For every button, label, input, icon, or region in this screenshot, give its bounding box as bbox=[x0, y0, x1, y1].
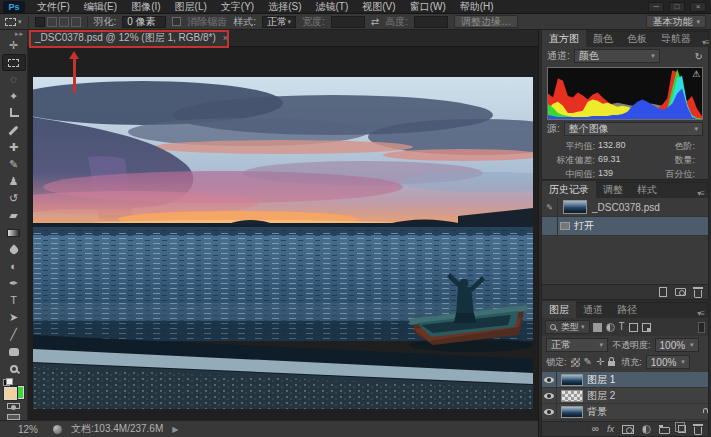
maximize-button[interactable]: □ bbox=[669, 2, 685, 12]
tool-line[interactable]: ╱ bbox=[2, 326, 26, 343]
menu-item-8[interactable]: 窗口(W) bbox=[403, 0, 453, 13]
new-snapshot-icon[interactable] bbox=[675, 288, 686, 296]
channel-select[interactable]: 颜色▾ bbox=[574, 49, 660, 63]
history-tab-调整[interactable]: 调整 bbox=[596, 181, 630, 198]
menu-item-0[interactable]: 文件(F) bbox=[30, 0, 77, 13]
workspace-switcher[interactable]: 基本功能▾ bbox=[646, 15, 706, 28]
tool-type[interactable]: T bbox=[2, 292, 26, 309]
layer-row[interactable]: 背景 bbox=[542, 404, 708, 420]
tool-lasso[interactable]: ◌ bbox=[2, 71, 26, 88]
filter-toggle-icon[interactable] bbox=[698, 322, 705, 333]
group-icon[interactable] bbox=[659, 427, 670, 434]
refresh-histogram-icon[interactable]: ↻ bbox=[695, 51, 703, 62]
add-selection-button[interactable] bbox=[47, 17, 57, 27]
menu-item-7[interactable]: 视图(V) bbox=[355, 0, 402, 13]
brush-lock-icon[interactable]: ✎ bbox=[584, 357, 592, 367]
tool-gradient[interactable] bbox=[2, 224, 26, 241]
adjustment-icon[interactable] bbox=[606, 323, 615, 332]
history-state-row[interactable]: 打开 bbox=[542, 217, 708, 236]
layer-visibility-cell[interactable] bbox=[542, 388, 557, 403]
feather-input[interactable]: 0 像素 bbox=[122, 16, 166, 28]
menu-item-2[interactable]: 图像(I) bbox=[124, 0, 167, 13]
opacity-select[interactable]: 100%▾ bbox=[655, 338, 699, 352]
new-layer-icon[interactable] bbox=[678, 425, 686, 433]
history-snapshot-row[interactable]: ✎ _DSC0378.psd bbox=[542, 198, 708, 217]
delete-icon[interactable] bbox=[694, 290, 702, 298]
lockpad-icon[interactable] bbox=[608, 361, 615, 366]
height-input[interactable] bbox=[414, 16, 448, 28]
source-select[interactable]: 整个图像▾ bbox=[564, 122, 703, 136]
quick-mask-icon[interactable] bbox=[7, 403, 20, 409]
layers-tab-路径[interactable]: 路径 bbox=[610, 301, 644, 318]
menu-item-3[interactable]: 图层(L) bbox=[168, 0, 214, 13]
menu-item-9[interactable]: 帮助(H) bbox=[453, 0, 501, 13]
link-icon[interactable]: ∞ bbox=[592, 424, 599, 434]
swap-dimensions-icon[interactable]: ⇄ bbox=[371, 16, 379, 27]
fill-select[interactable]: 100%▾ bbox=[646, 355, 690, 369]
layers-tab-通道[interactable]: 通道 bbox=[576, 301, 610, 318]
photo-canvas[interactable] bbox=[33, 77, 533, 409]
layer-filter-select[interactable]: 类型 ▾ bbox=[545, 320, 590, 334]
layers-tab-图层[interactable]: 图层 bbox=[542, 301, 576, 318]
tool-zoom[interactable] bbox=[2, 360, 26, 377]
tool-eyedropper[interactable] bbox=[2, 122, 26, 139]
delete-icon[interactable] bbox=[694, 427, 702, 435]
tool-stamp[interactable]: ♟ bbox=[2, 173, 26, 190]
blend-mode-select[interactable]: 正常▾ bbox=[546, 338, 608, 352]
tool-brush[interactable]: ✎ bbox=[2, 156, 26, 173]
tool-pen[interactable]: ✒ bbox=[2, 275, 26, 292]
menu-item-4[interactable]: 文字(Y) bbox=[214, 0, 261, 13]
refine-edge-button[interactable]: 调整边缘… bbox=[454, 15, 518, 28]
panel-menu-icon[interactable]: ▾≡ bbox=[693, 309, 708, 318]
type-icon[interactable]: T bbox=[619, 322, 625, 332]
smart-icon[interactable] bbox=[642, 323, 651, 332]
menu-item-1[interactable]: 编辑(E) bbox=[77, 0, 124, 13]
subtract-selection-button[interactable] bbox=[59, 17, 69, 27]
history-tab-历史记录[interactable]: 历史记录 bbox=[542, 181, 596, 198]
zoom-level-field[interactable]: 12% bbox=[18, 424, 44, 435]
tool-crop[interactable] bbox=[2, 105, 26, 122]
layer-visibility-cell[interactable] bbox=[542, 404, 557, 419]
hist-tab-直方图[interactable]: 直方图 bbox=[542, 30, 586, 47]
minimize-button[interactable]: ─ bbox=[648, 2, 664, 12]
cached-data-warning-icon[interactable]: ⚠ bbox=[692, 69, 700, 79]
hist-tab-色板[interactable]: 色板 bbox=[620, 30, 654, 47]
tool-eraser[interactable]: ▰ bbox=[2, 207, 26, 224]
intersect-selection-button[interactable] bbox=[71, 17, 81, 27]
tool-dodge[interactable]: ◐ bbox=[2, 258, 26, 275]
layer-row[interactable]: 图层 2 bbox=[542, 388, 708, 404]
tool-preset-picker[interactable]: ▾ bbox=[5, 18, 22, 26]
panel-menu-icon[interactable]: ▾≡ bbox=[698, 38, 711, 47]
eye-icon[interactable] bbox=[544, 409, 554, 415]
hist-tab-导航器[interactable]: 导航器 bbox=[654, 30, 698, 47]
eye-icon[interactable] bbox=[544, 377, 554, 383]
history-brush-well[interactable] bbox=[542, 217, 558, 235]
tool-heal[interactable]: ✚ bbox=[2, 139, 26, 156]
pixel-icon[interactable] bbox=[593, 323, 602, 332]
adjustment-icon[interactable] bbox=[642, 425, 651, 434]
tool-marquee[interactable] bbox=[2, 54, 26, 71]
layer-row[interactable]: 图层 1 bbox=[542, 372, 708, 388]
tool-history-brush[interactable]: ↺ bbox=[2, 190, 26, 207]
layer-visibility-cell[interactable] bbox=[542, 372, 557, 387]
checker-icon[interactable] bbox=[571, 358, 580, 367]
new-selection-button[interactable] bbox=[35, 17, 45, 27]
tool-path-select[interactable]: ➤ bbox=[2, 309, 26, 326]
eye-icon[interactable] bbox=[544, 393, 554, 399]
panel-menu-icon[interactable]: ▾≡ bbox=[693, 189, 708, 198]
width-input[interactable] bbox=[331, 16, 365, 28]
default-colors-icon[interactable] bbox=[3, 379, 12, 384]
style-select[interactable]: 正常▾ bbox=[262, 16, 296, 28]
menu-item-6[interactable]: 滤镜(T) bbox=[309, 0, 356, 13]
history-brush-source-icon[interactable]: ✎ bbox=[542, 198, 558, 216]
move-lock-icon[interactable]: ✛ bbox=[596, 357, 604, 367]
tool-move[interactable]: ✛ bbox=[2, 37, 26, 54]
shape-icon[interactable] bbox=[629, 323, 638, 332]
tool-wand[interactable]: ✦ bbox=[2, 88, 26, 105]
menu-item-5[interactable]: 选择(S) bbox=[261, 0, 308, 13]
antialias-checkbox[interactable] bbox=[172, 17, 181, 26]
mask-icon[interactable] bbox=[622, 425, 634, 434]
tool-hand[interactable] bbox=[2, 343, 26, 360]
new-doc-from-state-icon[interactable] bbox=[659, 287, 667, 297]
close-button[interactable]: × bbox=[690, 2, 706, 12]
